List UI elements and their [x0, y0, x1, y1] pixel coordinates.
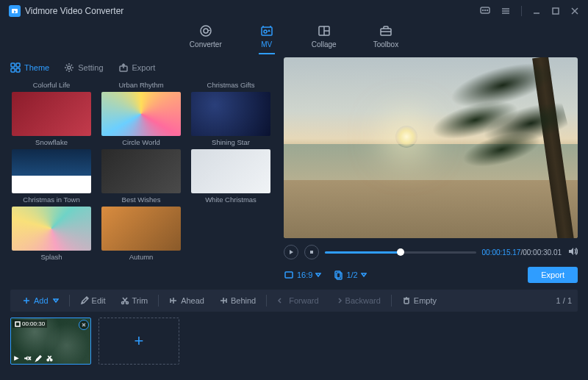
svg-rect-25: [11, 68, 15, 72]
svg-point-27: [68, 66, 71, 69]
theme-colorful-life[interactable]: Colorful Life: [10, 81, 93, 89]
export-icon: [118, 62, 129, 73]
svg-point-15: [264, 30, 267, 33]
svg-marker-58: [14, 356, 19, 361]
theme-best-wishes[interactable]: Best Wishes: [100, 149, 182, 204]
backward-button: Backward: [328, 294, 387, 307]
chevron-down-icon: [315, 272, 321, 278]
timeline-clip[interactable]: 00:00:30: [10, 318, 91, 365]
nav-toolbox[interactable]: Toolbox: [373, 24, 398, 53]
subtab-setting[interactable]: Setting: [64, 62, 103, 73]
play-button[interactable]: [284, 245, 298, 259]
theme-snowflake[interactable]: Snowflake: [10, 92, 93, 146]
converter-icon: [198, 24, 214, 38]
clip-pager: 1 / 1: [556, 296, 572, 305]
theme-christmas-in-town[interactable]: Christmas in Town: [10, 149, 93, 204]
progress-bar[interactable]: [325, 251, 476, 254]
minimize-button[interactable]: [532, 7, 541, 15]
app-logo: [9, 5, 21, 17]
chevron-down-icon: [361, 272, 367, 278]
mv-icon: [259, 24, 275, 38]
svg-rect-10: [553, 8, 559, 14]
svg-marker-33: [316, 273, 320, 276]
svg-marker-59: [24, 356, 27, 361]
forward-button: Forward: [271, 294, 324, 307]
clip-play-icon[interactable]: [12, 354, 21, 362]
menu-icon[interactable]: [501, 6, 511, 16]
aspect-icon: [284, 270, 294, 280]
svg-point-64: [51, 359, 52, 361]
edit-button[interactable]: Edit: [74, 294, 112, 307]
page-selector[interactable]: 1/2: [333, 270, 366, 280]
theme-shining-star[interactable]: Shining Star: [190, 92, 272, 146]
svg-point-40: [82, 303, 82, 304]
svg-rect-26: [16, 68, 20, 72]
subtab-theme[interactable]: Theme: [10, 62, 49, 73]
feedback-icon[interactable]: [480, 6, 490, 16]
toolbox-icon: [378, 24, 394, 38]
setting-icon: [64, 62, 74, 73]
empty-button[interactable]: Empty: [396, 294, 442, 307]
svg-marker-36: [362, 273, 366, 276]
stop-button[interactable]: [304, 245, 319, 259]
nav-mv[interactable]: MV: [259, 24, 275, 54]
svg-rect-32: [285, 272, 293, 278]
app-title: Vidmore Video Converter: [25, 6, 123, 16]
ahead-button[interactable]: Ahead: [163, 294, 210, 307]
nav-collage[interactable]: Collage: [312, 24, 337, 53]
subtab-export[interactable]: Export: [118, 62, 156, 73]
time-display: 00:00:15.17/00:00:30.01: [482, 248, 562, 257]
svg-point-4: [485, 10, 486, 11]
svg-point-3: [483, 10, 484, 11]
video-preview[interactable]: [284, 57, 578, 238]
clip-mute-icon[interactable]: [24, 354, 32, 362]
nav-converter[interactable]: Converter: [190, 24, 222, 53]
theme-splash[interactable]: Splash: [10, 207, 93, 261]
maximize-button[interactable]: [551, 7, 560, 15]
theme-urban-rhythm[interactable]: Urban Rhythm: [100, 81, 182, 89]
behind-button[interactable]: Behind: [213, 294, 262, 307]
svg-point-62: [37, 359, 37, 360]
clip-trim-icon[interactable]: [46, 354, 54, 362]
theme-icon: [10, 62, 21, 73]
svg-rect-55: [15, 322, 20, 326]
add-clip-button[interactable]: +: [98, 318, 179, 365]
close-button[interactable]: [570, 7, 579, 15]
volume-icon[interactable]: [567, 246, 578, 258]
chevron-down-icon: [53, 298, 59, 304]
svg-point-5: [487, 10, 488, 11]
export-button[interactable]: Export: [528, 267, 578, 283]
svg-rect-23: [11, 63, 15, 67]
trim-button[interactable]: Trim: [115, 294, 154, 307]
theme-autumn[interactable]: Autumn: [100, 207, 182, 261]
svg-point-63: [47, 359, 49, 361]
clip-edit-icon[interactable]: [35, 354, 43, 362]
pages-icon: [333, 270, 343, 280]
clip-remove-button[interactable]: [79, 320, 89, 330]
add-button[interactable]: Add: [16, 294, 65, 307]
clip-duration: 00:00:30: [12, 320, 47, 328]
svg-rect-30: [310, 251, 313, 254]
theme-circle-world[interactable]: Circle World: [100, 92, 182, 146]
svg-marker-39: [54, 299, 58, 302]
collage-icon: [316, 24, 332, 38]
separator: [521, 6, 522, 16]
svg-marker-29: [290, 250, 293, 254]
theme-white-christmas[interactable]: White Christmas: [190, 149, 272, 204]
svg-rect-52: [404, 299, 409, 304]
svg-rect-24: [16, 63, 20, 67]
theme-christmas-gifts[interactable]: Christmas Gifts: [190, 81, 272, 89]
svg-marker-31: [569, 248, 573, 255]
aspect-ratio-selector[interactable]: 16:9: [284, 270, 321, 280]
svg-point-13: [201, 26, 211, 36]
